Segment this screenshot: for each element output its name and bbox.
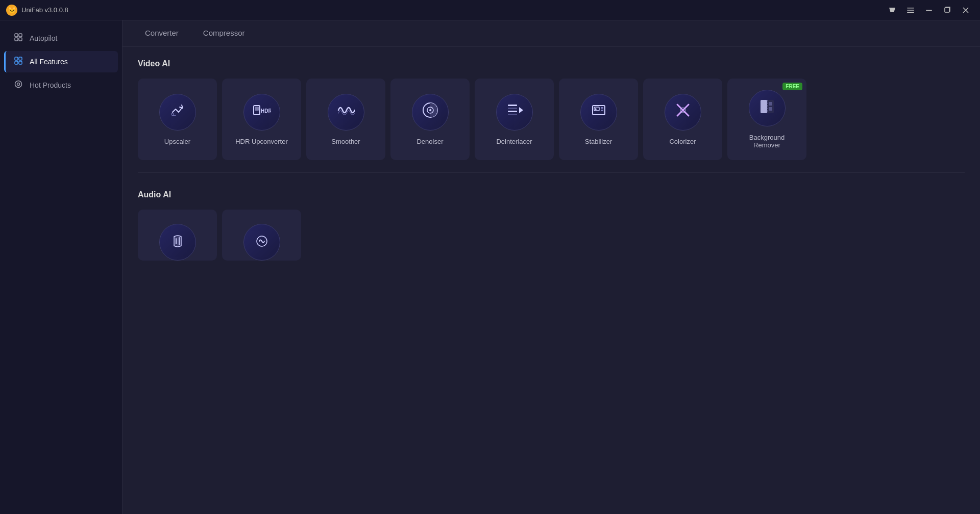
stabilizer-icon (590, 101, 607, 122)
svg-rect-8 (19, 34, 22, 37)
titlebar-controls (884, 3, 974, 17)
svg-rect-11 (15, 57, 18, 60)
video-ai-section: Video AI (138, 59, 965, 160)
svg-rect-32 (601, 110, 603, 111)
svg-rect-4 (945, 8, 949, 12)
feature-card-audio-1[interactable] (138, 210, 217, 261)
denoiser-icon-circle (412, 94, 449, 131)
upscaler-label: Upscaler (164, 138, 190, 145)
hdr-icon-circle: HDR (243, 94, 280, 131)
app-body: Autopilot All Features Hot Products (0, 20, 980, 514)
svg-rect-31 (601, 107, 603, 109)
close-button[interactable] (958, 3, 974, 17)
feature-card-audio-2[interactable] (222, 210, 301, 261)
svg-rect-19 (255, 107, 259, 111)
svg-rect-12 (19, 57, 22, 60)
upscaler-icon-circle (159, 94, 196, 131)
svg-rect-39 (769, 107, 772, 111)
svg-rect-26 (508, 111, 517, 112)
svg-point-23 (429, 109, 431, 111)
hot-products-icon (13, 80, 23, 91)
store-button[interactable] (884, 3, 900, 17)
svg-rect-13 (15, 61, 18, 64)
svg-rect-24 (508, 105, 517, 106)
denoiser-icon (422, 101, 439, 122)
bg-remover-icon-circle (749, 90, 786, 126)
all-features-icon (13, 56, 23, 67)
sidebar-item-autopilot[interactable]: Autopilot (4, 28, 118, 49)
smoother-label: Smoother (331, 138, 360, 145)
titlebar-left: 🐱 UniFab v3.0.0.8 (6, 5, 68, 16)
feature-card-colorizer[interactable]: Colorizer (643, 79, 722, 160)
autopilot-label: Autopilot (30, 34, 57, 42)
audio1-icon (170, 234, 185, 251)
svg-rect-14 (19, 61, 22, 64)
bg-remover-icon (758, 98, 776, 119)
top-tabs: Converter Compressor (122, 20, 980, 47)
app-title: UniFab v3.0.0.8 (21, 6, 68, 14)
restore-button[interactable] (939, 3, 955, 17)
stabilizer-icon-circle (580, 94, 617, 131)
video-ai-grid: Upscaler HDR (138, 79, 965, 160)
feature-card-hdr-upconverter[interactable]: HDR HDR Upconverter (222, 79, 301, 160)
titlebar: 🐱 UniFab v3.0.0.8 (0, 0, 980, 20)
svg-rect-2 (907, 12, 914, 13)
hdr-upconverter-label: HDR Upconverter (235, 138, 288, 145)
svg-rect-1 (907, 10, 914, 11)
audio-ai-grid (138, 210, 965, 261)
deinterlacer-icon (506, 101, 523, 122)
tab-compressor[interactable]: Compressor (191, 20, 257, 46)
free-badge: FREE (782, 83, 802, 90)
section-divider (138, 172, 965, 173)
svg-rect-10 (19, 38, 22, 41)
content-body: Video AI (122, 47, 980, 278)
hdr-icon: HDR (253, 104, 271, 120)
bg-remover-label: Background Remover (749, 134, 785, 149)
colorizer-label: Colorizer (669, 138, 696, 145)
colorizer-icon (674, 101, 692, 122)
sidebar: Autopilot All Features Hot Products (0, 20, 122, 514)
autopilot-icon (13, 33, 23, 44)
feature-card-deinterlacer[interactable]: Deinterlacer (475, 79, 554, 160)
svg-point-15 (15, 81, 22, 88)
audio2-icon-circle (243, 224, 280, 261)
audio-ai-section: Audio AI (138, 185, 965, 261)
minimize-button[interactable] (921, 3, 937, 17)
svg-rect-9 (15, 38, 18, 41)
app-icon: 🐱 (6, 5, 17, 16)
video-ai-title: Video AI (138, 59, 965, 68)
feature-card-background-remover[interactable]: FREE (727, 79, 806, 160)
sidebar-item-hot-products[interactable]: Hot Products (4, 74, 118, 96)
audio2-icon (254, 234, 270, 251)
feature-card-upscaler[interactable]: Upscaler (138, 79, 217, 160)
feature-card-stabilizer[interactable]: Stabilizer (559, 79, 638, 160)
colorizer-icon-circle (665, 94, 701, 131)
deinterlacer-label: Deinterlacer (496, 138, 532, 145)
svg-marker-28 (519, 107, 523, 113)
upscaler-icon (169, 102, 186, 122)
svg-rect-25 (508, 108, 517, 109)
audio-ai-title: Audio AI (138, 190, 965, 199)
feature-card-denoiser[interactable]: Denoiser (390, 79, 470, 160)
svg-rect-0 (907, 8, 914, 9)
denoiser-label: Denoiser (416, 138, 443, 145)
svg-marker-33 (595, 108, 597, 110)
hot-products-label: Hot Products (30, 81, 71, 89)
svg-rect-7 (15, 34, 18, 37)
menu-button[interactable] (902, 3, 919, 17)
deinterlacer-icon-circle (496, 94, 533, 131)
svg-rect-27 (508, 114, 517, 115)
main-content: Converter Compressor Video AI (122, 20, 980, 514)
feature-card-smoother[interactable]: Smoother (306, 79, 385, 160)
tab-converter[interactable]: Converter (133, 20, 191, 46)
svg-rect-3 (926, 10, 932, 11)
stabilizer-label: Stabilizer (585, 138, 612, 145)
svg-text:HDR: HDR (261, 108, 271, 114)
svg-rect-38 (769, 102, 772, 106)
svg-point-16 (17, 83, 20, 86)
all-features-label: All Features (30, 58, 68, 66)
smoother-icon (337, 102, 355, 121)
smoother-icon-circle (328, 94, 364, 131)
svg-rect-36 (761, 100, 767, 113)
sidebar-item-all-features[interactable]: All Features (4, 51, 118, 72)
